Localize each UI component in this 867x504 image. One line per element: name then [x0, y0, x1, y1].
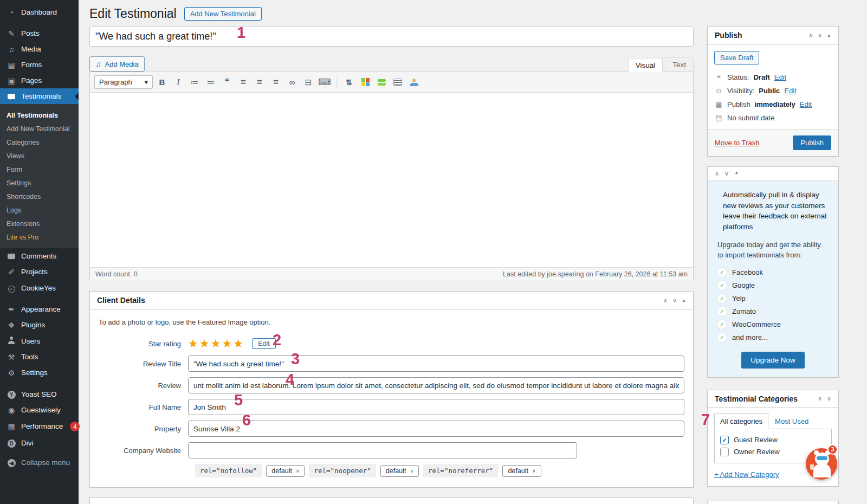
review-title-input[interactable]: [188, 356, 684, 372]
client-details-panel: Client Details ∧ ∨ ▲ To add a photo or l…: [89, 291, 694, 488]
sidebar-item-media[interactable]: Media: [0, 41, 79, 57]
align-center-button[interactable]: [253, 76, 267, 89]
sidebar-item-guestwisely[interactable]: Guestwisely: [0, 402, 79, 418]
move-down-icon[interactable]: ∨: [827, 395, 831, 402]
list-item: Yelp: [717, 292, 829, 305]
read-more-button[interactable]: [301, 76, 315, 89]
tab-visual[interactable]: Visual: [628, 58, 663, 72]
visibility-eye-icon: [715, 87, 723, 95]
submenu-categories[interactable]: Categories: [0, 135, 79, 149]
platform-label: Facebook: [732, 268, 763, 276]
review-input[interactable]: [188, 377, 684, 393]
testimonials-submenu: All Testimonials Add New Testimonial Cat…: [0, 104, 79, 248]
move-up-icon[interactable]: ∧: [715, 170, 719, 177]
upgrade-now-button[interactable]: Upgrade Now: [741, 352, 805, 369]
numbered-list-button[interactable]: [204, 76, 218, 89]
submenu-all-testimonials[interactable]: All Testimonials: [0, 108, 79, 122]
client-avatar-button[interactable]: [407, 76, 421, 89]
full-name-input[interactable]: [188, 399, 684, 415]
sidebar-item-plugins[interactable]: Plugins: [0, 317, 79, 333]
sidebar-item-tools[interactable]: Tools: [0, 349, 79, 365]
submenu-lite-vs-pro[interactable]: Lite vs Pro: [0, 230, 79, 244]
sidebar-item-label: Guestwisely: [21, 406, 61, 414]
sidebar-item-projects[interactable]: Projects: [0, 264, 79, 280]
status-edit-link[interactable]: Edit: [774, 73, 786, 81]
sidebar-item-dashboard[interactable]: Dashboard: [0, 4, 79, 20]
rel-noreferrer-select[interactable]: default: [502, 465, 541, 477]
editor-content-area[interactable]: [90, 93, 693, 267]
sidebar-item-users[interactable]: Users: [0, 333, 79, 349]
excerpt-panel: Excerpt ∧ ∨ ▲: [89, 497, 694, 504]
submenu-logs[interactable]: Logs: [0, 203, 79, 217]
move-down-icon[interactable]: ∨: [672, 297, 677, 304]
insert-shortcode-button[interactable]: [342, 76, 356, 89]
star-rating-stars[interactable]: ★★★★★: [188, 337, 244, 350]
submenu-form[interactable]: Form: [0, 163, 79, 176]
sidebar-item-label: Posts: [21, 29, 40, 37]
sidebar-item-cookieyes[interactable]: ✓CookieYes: [0, 280, 79, 296]
sidebar-item-settings[interactable]: Settings: [0, 365, 79, 380]
bold-button[interactable]: [155, 76, 169, 89]
move-down-icon[interactable]: ∨: [724, 170, 729, 177]
platform-label: Google: [732, 281, 755, 289]
align-left-button[interactable]: [236, 76, 250, 89]
submenu-add-new-testimonial[interactable]: Add New Testimonial: [0, 122, 79, 135]
guest-review-checkbox[interactable]: [720, 436, 729, 444]
tab-all-categories[interactable]: All categories: [714, 413, 768, 429]
save-draft-button[interactable]: Save Draft: [714, 51, 759, 64]
paragraph-format-dropdown[interactable]: Paragraph▾: [94, 75, 153, 89]
rating-bars-button[interactable]: [374, 76, 389, 89]
sidebar-item-testimonials[interactable]: Testimonials: [0, 88, 79, 104]
add-media-button[interactable]: Add Media: [89, 56, 145, 72]
collapse-panel-icon[interactable]: ▲: [682, 298, 686, 303]
insert-link-button[interactable]: [285, 76, 299, 89]
toolbar-toggle-button[interactable]: [318, 76, 332, 89]
move-down-icon[interactable]: ∨: [818, 32, 822, 39]
sidebar-item-yoast-seo[interactable]: YYoast SEO: [0, 386, 79, 402]
add-new-category-link[interactable]: + Add New Category: [714, 470, 779, 479]
testimonial-title-input[interactable]: [89, 27, 694, 47]
publish-time-value: immediately: [755, 100, 795, 108]
submit-date-icon: [715, 114, 723, 122]
move-up-icon[interactable]: ∧: [818, 395, 822, 402]
bulleted-list-button[interactable]: [187, 76, 202, 89]
tab-text[interactable]: Text: [665, 57, 694, 72]
align-right-button[interactable]: [269, 76, 283, 89]
addons-grid-button[interactable]: [358, 76, 372, 89]
move-up-icon[interactable]: ∧: [663, 297, 668, 304]
visibility-edit-link[interactable]: Edit: [784, 87, 796, 95]
publish-time-edit-link[interactable]: Edit: [800, 100, 812, 108]
sidebar-item-appearance[interactable]: Appearance: [0, 301, 79, 317]
sidebar-item-divi[interactable]: DDivi: [0, 435, 79, 451]
status-label: Status:: [727, 73, 749, 81]
sidebar-item-forms[interactable]: Forms: [0, 57, 79, 73]
collapse-panel-icon[interactable]: ▲: [827, 33, 831, 38]
submenu-extensions[interactable]: Extensions: [0, 217, 79, 230]
rel-noopener-select[interactable]: default: [380, 465, 419, 477]
submenu-views[interactable]: Views: [0, 149, 79, 163]
globe-icon: [7, 406, 16, 415]
italic-button[interactable]: [171, 76, 185, 89]
collapse-menu-button[interactable]: ◀Collapse menu: [0, 454, 79, 470]
collapse-panel-icon[interactable]: ▲: [734, 170, 739, 177]
add-new-testimonial-button[interactable]: Add New Testimonial: [184, 7, 262, 21]
blockquote-button[interactable]: [220, 76, 234, 89]
owner-review-checkbox[interactable]: [720, 448, 729, 456]
promo-subtext: Upgrade today and get the ability to imp…: [717, 240, 829, 261]
submenu-settings[interactable]: Settings: [0, 176, 79, 190]
submenu-shortcodes[interactable]: Shortcodes: [0, 190, 79, 203]
move-up-icon[interactable]: ∧: [808, 32, 813, 39]
company-website-input[interactable]: [188, 442, 577, 458]
move-to-trash-link[interactable]: Move to Trash: [715, 139, 759, 147]
publish-button[interactable]: Publish: [793, 135, 831, 150]
plugin-icon: [7, 321, 16, 329]
tab-most-used[interactable]: Most Used: [768, 414, 815, 429]
sidebar-item-comments[interactable]: Comments: [0, 248, 79, 264]
property-input[interactable]: [188, 421, 684, 437]
rel-nofollow-select[interactable]: default: [266, 465, 305, 477]
sidebar-item-performance[interactable]: Performance4: [0, 418, 79, 435]
template-button[interactable]: [391, 76, 405, 89]
sidebar-item-posts[interactable]: Posts: [0, 25, 79, 41]
chat-widget-mascot[interactable]: 3: [806, 448, 837, 480]
sidebar-item-pages[interactable]: Pages: [0, 73, 79, 88]
